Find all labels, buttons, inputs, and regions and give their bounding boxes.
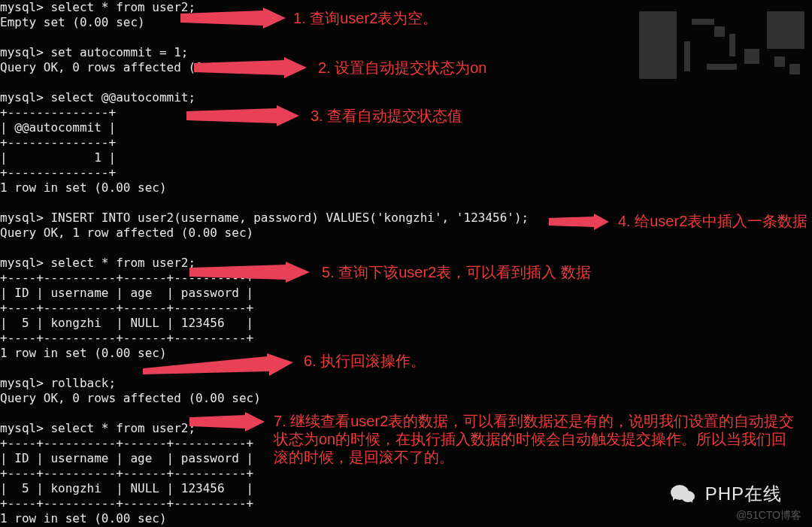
wechat-icon xyxy=(671,483,696,504)
qr-code-watermark xyxy=(639,11,804,79)
brand-text: PHP在线 xyxy=(705,486,782,501)
svg-marker-3 xyxy=(549,214,609,230)
brand-area: PHP在线 xyxy=(671,483,782,504)
watermark-text: @51CTO博客 xyxy=(736,507,801,522)
terminal-output: mysql> select * from user2; Empty set (0… xyxy=(0,0,529,526)
arrow-icon xyxy=(549,214,609,230)
annotation-4: 4. 给user2表中插入一条数据 xyxy=(618,212,807,230)
